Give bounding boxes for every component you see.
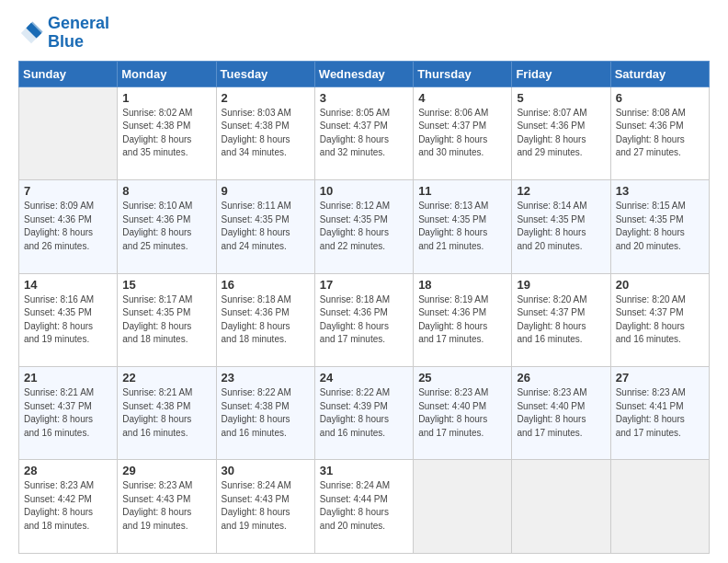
week-row-3: 21Sunrise: 8:21 AMSunset: 4:37 PMDayligh… [19, 367, 710, 460]
day-number: 4 [418, 91, 506, 105]
calendar-cell: 8Sunrise: 8:10 AMSunset: 4:36 PMDaylight… [118, 180, 216, 273]
calendar-cell: 10Sunrise: 8:12 AMSunset: 4:35 PMDayligh… [314, 180, 413, 273]
calendar-body: 1Sunrise: 8:02 AMSunset: 4:38 PMDaylight… [19, 86, 710, 553]
day-info: Sunrise: 8:13 AMSunset: 4:35 PMDaylight:… [418, 200, 506, 253]
calendar-cell: 26Sunrise: 8:23 AMSunset: 4:40 PMDayligh… [512, 367, 610, 460]
page: General Blue SundayMondayTuesdayWednesda… [0, 0, 728, 563]
calendar-cell: 24Sunrise: 8:22 AMSunset: 4:39 PMDayligh… [314, 367, 413, 460]
weekday-header-saturday: Saturday [610, 61, 709, 86]
day-number: 25 [418, 371, 506, 385]
day-info: Sunrise: 8:08 AMSunset: 4:36 PMDaylight:… [616, 107, 704, 160]
calendar-cell [610, 460, 709, 554]
calendar-cell: 2Sunrise: 8:03 AMSunset: 4:38 PMDaylight… [216, 86, 314, 179]
day-info: Sunrise: 8:23 AMSunset: 4:40 PMDaylight:… [418, 386, 506, 440]
calendar-cell: 20Sunrise: 8:20 AMSunset: 4:37 PMDayligh… [610, 273, 709, 366]
weekday-header-thursday: Thursday [414, 61, 512, 86]
calendar-cell: 17Sunrise: 8:18 AMSunset: 4:36 PMDayligh… [314, 273, 413, 366]
calendar-cell: 30Sunrise: 8:24 AMSunset: 4:43 PMDayligh… [216, 460, 314, 554]
day-number: 27 [616, 371, 704, 385]
calendar-cell: 4Sunrise: 8:06 AMSunset: 4:37 PMDaylight… [414, 86, 512, 179]
day-info: Sunrise: 8:12 AMSunset: 4:35 PMDaylight:… [320, 200, 408, 253]
calendar-cell: 27Sunrise: 8:23 AMSunset: 4:41 PMDayligh… [610, 367, 709, 460]
calendar-table: SundayMondayTuesdayWednesdayThursdayFrid… [18, 61, 710, 554]
logo-text: General Blue [48, 15, 109, 52]
day-number: 13 [616, 184, 704, 198]
day-info: Sunrise: 8:06 AMSunset: 4:37 PMDaylight:… [418, 107, 506, 160]
day-number: 19 [517, 278, 605, 292]
day-info: Sunrise: 8:16 AMSunset: 4:35 PMDaylight:… [24, 293, 112, 347]
day-info: Sunrise: 8:05 AMSunset: 4:37 PMDaylight:… [320, 107, 408, 160]
calendar-cell: 18Sunrise: 8:19 AMSunset: 4:36 PMDayligh… [414, 273, 512, 366]
day-number: 15 [122, 278, 210, 292]
calendar-cell: 15Sunrise: 8:17 AMSunset: 4:35 PMDayligh… [118, 273, 216, 366]
day-info: Sunrise: 8:18 AMSunset: 4:36 PMDaylight:… [320, 293, 408, 347]
day-number: 28 [24, 464, 112, 477]
calendar-cell: 19Sunrise: 8:20 AMSunset: 4:37 PMDayligh… [512, 273, 610, 366]
day-number: 8 [122, 184, 210, 198]
calendar-cell: 21Sunrise: 8:21 AMSunset: 4:37 PMDayligh… [19, 367, 118, 460]
day-number: 24 [320, 371, 408, 385]
calendar-cell: 14Sunrise: 8:16 AMSunset: 4:35 PMDayligh… [19, 273, 118, 366]
calendar-cell: 9Sunrise: 8:11 AMSunset: 4:35 PMDaylight… [216, 180, 314, 273]
day-number: 18 [418, 278, 506, 292]
day-info: Sunrise: 8:21 AMSunset: 4:37 PMDaylight:… [24, 386, 112, 440]
day-number: 1 [122, 91, 210, 105]
day-number: 26 [517, 371, 605, 385]
day-info: Sunrise: 8:09 AMSunset: 4:36 PMDaylight:… [24, 200, 112, 253]
day-number: 14 [24, 278, 112, 292]
day-number: 16 [222, 278, 310, 292]
day-info: Sunrise: 8:20 AMSunset: 4:37 PMDaylight:… [517, 293, 605, 347]
day-info: Sunrise: 8:18 AMSunset: 4:36 PMDaylight:… [222, 293, 310, 347]
calendar-cell: 1Sunrise: 8:02 AMSunset: 4:38 PMDaylight… [118, 86, 216, 179]
day-info: Sunrise: 8:23 AMSunset: 4:42 PMDaylight:… [24, 479, 112, 533]
day-info: Sunrise: 8:22 AMSunset: 4:39 PMDaylight:… [320, 386, 408, 440]
day-info: Sunrise: 8:02 AMSunset: 4:38 PMDaylight:… [122, 107, 210, 160]
weekday-header-wednesday: Wednesday [314, 61, 413, 86]
day-number: 30 [222, 464, 310, 477]
calendar-cell: 22Sunrise: 8:21 AMSunset: 4:38 PMDayligh… [118, 367, 216, 460]
week-row-2: 14Sunrise: 8:16 AMSunset: 4:35 PMDayligh… [19, 273, 710, 366]
calendar-cell [512, 460, 610, 554]
day-number: 23 [222, 371, 310, 385]
day-info: Sunrise: 8:07 AMSunset: 4:36 PMDaylight:… [517, 107, 605, 160]
day-info: Sunrise: 8:11 AMSunset: 4:35 PMDaylight:… [222, 200, 310, 253]
calendar-cell: 23Sunrise: 8:22 AMSunset: 4:38 PMDayligh… [216, 367, 314, 460]
day-info: Sunrise: 8:23 AMSunset: 4:41 PMDaylight:… [616, 386, 704, 440]
calendar-header: SundayMondayTuesdayWednesdayThursdayFrid… [19, 61, 710, 86]
calendar-cell: 13Sunrise: 8:15 AMSunset: 4:35 PMDayligh… [610, 180, 709, 273]
day-number: 11 [418, 184, 506, 198]
weekday-header-tuesday: Tuesday [216, 61, 314, 86]
day-info: Sunrise: 8:22 AMSunset: 4:38 PMDaylight:… [222, 386, 310, 440]
weekday-header-friday: Friday [512, 61, 610, 86]
weekday-header-monday: Monday [118, 61, 216, 86]
day-number: 21 [24, 371, 112, 385]
day-info: Sunrise: 8:10 AMSunset: 4:36 PMDaylight:… [122, 200, 210, 253]
calendar-cell: 11Sunrise: 8:13 AMSunset: 4:35 PMDayligh… [414, 180, 512, 273]
day-info: Sunrise: 8:14 AMSunset: 4:35 PMDaylight:… [517, 200, 605, 253]
day-number: 10 [320, 184, 408, 198]
logo: General Blue [18, 15, 109, 52]
header-row: SundayMondayTuesdayWednesdayThursdayFrid… [19, 61, 710, 86]
week-row-0: 1Sunrise: 8:02 AMSunset: 4:38 PMDaylight… [19, 86, 710, 179]
day-info: Sunrise: 8:19 AMSunset: 4:36 PMDaylight:… [418, 293, 506, 347]
calendar-cell: 6Sunrise: 8:08 AMSunset: 4:36 PMDaylight… [610, 86, 709, 179]
day-info: Sunrise: 8:20 AMSunset: 4:37 PMDaylight:… [616, 293, 704, 347]
day-info: Sunrise: 8:15 AMSunset: 4:35 PMDaylight:… [616, 200, 704, 253]
day-info: Sunrise: 8:17 AMSunset: 4:35 PMDaylight:… [122, 293, 210, 347]
calendar-cell: 28Sunrise: 8:23 AMSunset: 4:42 PMDayligh… [19, 460, 118, 554]
day-number: 6 [616, 91, 704, 105]
day-number: 5 [517, 91, 605, 105]
day-number: 12 [517, 184, 605, 198]
calendar-cell [19, 86, 118, 179]
day-number: 29 [122, 464, 210, 477]
calendar-cell [414, 460, 512, 554]
calendar-cell: 12Sunrise: 8:14 AMSunset: 4:35 PMDayligh… [512, 180, 610, 273]
day-number: 9 [222, 184, 310, 198]
calendar-cell: 5Sunrise: 8:07 AMSunset: 4:36 PMDaylight… [512, 86, 610, 179]
day-info: Sunrise: 8:23 AMSunset: 4:43 PMDaylight:… [122, 479, 210, 533]
day-number: 20 [616, 278, 704, 292]
calendar-cell: 31Sunrise: 8:24 AMSunset: 4:44 PMDayligh… [314, 460, 413, 554]
day-info: Sunrise: 8:24 AMSunset: 4:43 PMDaylight:… [222, 479, 310, 533]
calendar-cell: 7Sunrise: 8:09 AMSunset: 4:36 PMDaylight… [19, 180, 118, 273]
day-number: 17 [320, 278, 408, 292]
